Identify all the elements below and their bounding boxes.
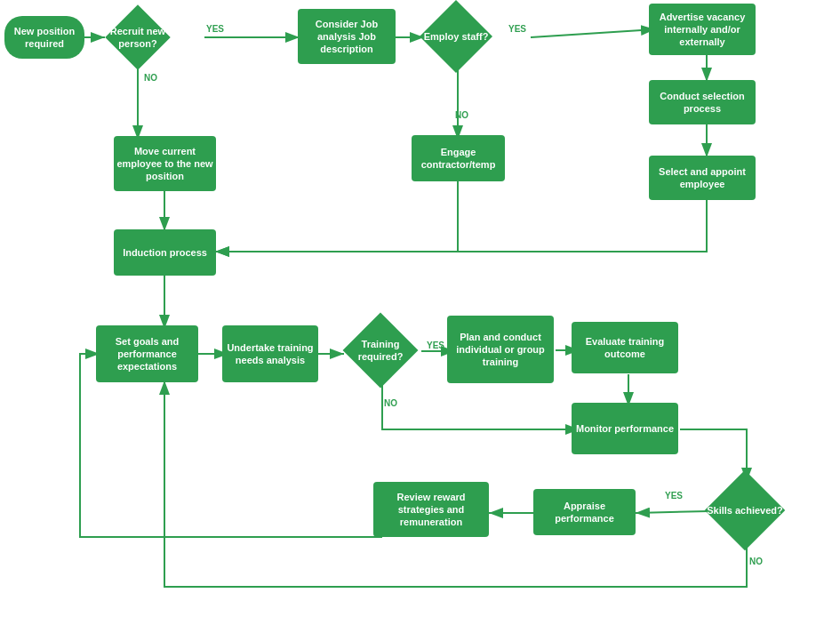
move-employee-label: Move current employee to the new positio… [114,145,216,183]
training-req-node: Training required? [340,317,421,384]
appraise-node: Appraise performance [533,489,636,535]
skills-achieved-label: Skills achieved? [707,504,783,517]
induction-node: Induction process [114,229,216,276]
yes-label-training: YES [427,341,444,350]
no-label-recruit: NO [144,73,157,83]
engage-label: Engage contractor/temp [412,146,505,172]
plan-conduct-label: Plan and conduct individual or group tra… [447,331,554,369]
undertake-label: Undertake training needs analysis [222,341,318,367]
no-label-skills: NO [749,557,763,566]
advertise-label: Advertise vacancy internally and/or exte… [649,11,756,49]
induction-label: Induction process [123,246,207,259]
employ-label: Employ staff? [424,30,489,43]
no-label-employ: NO [455,110,468,120]
monitor-label: Monitor performance [576,422,674,435]
no-label-training: NO [384,398,397,408]
undertake-node: Undertake training needs analysis [222,325,318,382]
new-position-label: New position required [4,25,84,51]
move-employee-node: Move current employee to the new positio… [114,136,216,191]
svg-line-16 [636,511,708,513]
set-goals-node: Set goals and performance expectations [96,325,198,382]
advertise-node: Advertise vacancy internally and/or exte… [649,4,756,55]
review-reward-label: Review reward strategies and remuneratio… [373,491,489,529]
appraise-label: Appraise performance [533,500,636,525]
employ-node: Employ staff? [416,5,496,68]
yes-label-employ: YES [508,24,526,34]
review-reward-node: Review reward strategies and remuneratio… [373,482,489,537]
recruit-node: Recruit new person? [102,7,173,68]
monitor-node: Monitor performance [572,403,678,454]
consider-label: Consider Job analysis Job description [298,18,396,56]
consider-node: Consider Job analysis Job description [298,9,396,64]
set-goals-label: Set goals and performance expectations [96,335,198,373]
evaluate-node: Evaluate training outcome [572,322,678,373]
new-position-node: New position required [4,16,84,59]
select-appoint-label: Select and appoint employee [649,165,756,191]
svg-line-4 [531,29,655,37]
evaluate-label: Evaluate training outcome [572,335,678,361]
skills-achieved-node: Skills achieved? [702,476,788,545]
plan-conduct-node: Plan and conduct individual or group tra… [447,316,554,383]
recruit-label: Recruit new person? [102,25,173,51]
yes-label-recruit: YES [206,24,224,34]
select-appoint-node: Select and appoint employee [649,156,756,200]
conduct-selection-node: Conduct selection process [649,80,756,124]
training-req-label: Training required? [340,338,421,364]
conduct-selection-label: Conduct selection process [649,90,756,116]
engage-node: Engage contractor/temp [412,135,505,181]
yes-label-skills: YES [665,491,683,501]
flowchart: New position required Recruit new person… [0,0,840,617]
